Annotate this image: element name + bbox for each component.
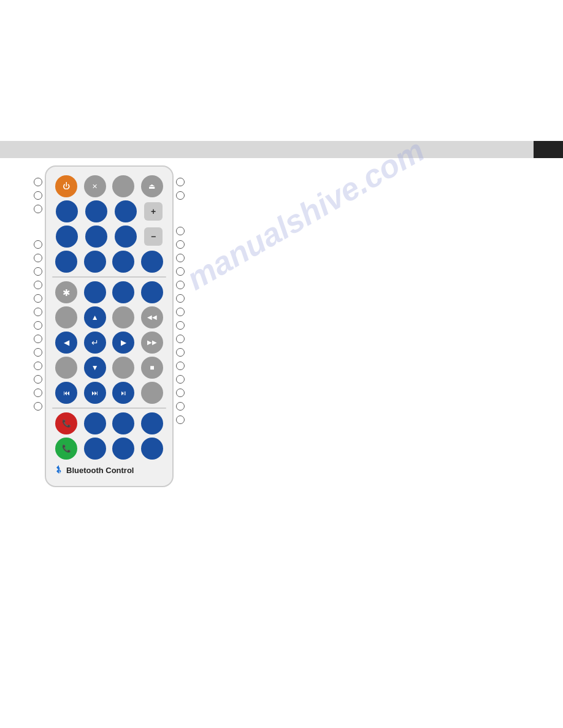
top-bar-black-tab	[534, 141, 563, 158]
anno-circle-left-15	[34, 389, 42, 397]
blue-button-7[interactable]	[55, 251, 77, 273]
right-button[interactable]: ▶	[112, 332, 134, 354]
blue-button-18[interactable]	[112, 438, 134, 460]
answer-call-button[interactable]: 📞	[55, 438, 77, 460]
right-arrow-icon: ▶	[121, 339, 126, 346]
gray-button-6[interactable]	[141, 382, 163, 404]
gray-button-3[interactable]	[112, 306, 134, 328]
top-bar	[0, 141, 552, 158]
star-icon: ✱	[63, 288, 71, 297]
remote-control-section: ⏻ ✕ ⏏ + −	[34, 165, 185, 487]
down-arrow-icon: ▼	[91, 364, 99, 371]
answer-call-icon: 📞	[62, 445, 71, 452]
button-row-3: −	[52, 226, 166, 248]
gray-button-4[interactable]	[55, 357, 77, 379]
right-annotation-circles	[176, 165, 185, 427]
anno-circle-left-16	[34, 402, 42, 411]
blue-button-9[interactable]	[112, 251, 134, 273]
anno-circle-left-13	[34, 362, 42, 370]
power-icon: ⏻	[63, 183, 70, 190]
previous-icon: ⏮	[63, 390, 70, 396]
star-button[interactable]: ✱	[55, 281, 77, 303]
bluetooth-icon	[55, 464, 63, 476]
gray-button-5[interactable]	[112, 357, 134, 379]
bluetooth-label: Bluetooth Control	[66, 466, 134, 475]
fast-forward-icon: ▶▶	[147, 339, 157, 346]
blue-button-17[interactable]	[84, 438, 106, 460]
anno-circle-left-10	[34, 321, 42, 330]
play-pause-icon: ⏯	[120, 390, 127, 396]
anno-circle-right-15	[176, 389, 185, 397]
up-arrow-icon: ▲	[91, 314, 99, 321]
anno-circle-left-3	[34, 205, 42, 213]
power-button[interactable]: ⏻	[55, 175, 77, 197]
minus-icon: −	[151, 232, 156, 241]
blue-button-12[interactable]	[112, 281, 134, 303]
enter-button[interactable]: ↵	[84, 332, 106, 354]
blue-button-11[interactable]	[84, 281, 106, 303]
volume-down-button[interactable]: −	[144, 227, 163, 246]
anno-circle-right-11	[176, 335, 185, 343]
anno-circle-left-1	[34, 178, 42, 186]
blue-button-6[interactable]	[115, 226, 137, 248]
blue-button-3[interactable]	[115, 200, 137, 222]
button-row-4	[52, 251, 166, 273]
gray-button-1[interactable]	[112, 175, 134, 197]
anno-circle-right-13	[176, 362, 185, 370]
anno-circle-right-17	[176, 415, 185, 424]
button-row-5: ✱	[52, 281, 166, 303]
blue-button-2[interactable]	[85, 200, 107, 222]
blue-button-13[interactable]	[141, 281, 163, 303]
remote-body: ⏻ ✕ ⏏ + −	[45, 165, 174, 487]
bluetooth-label-row: Bluetooth Control	[52, 464, 166, 476]
anno-circle-right-3	[176, 227, 185, 235]
anno-circle-left-11	[34, 335, 42, 343]
down-button[interactable]: ▼	[84, 357, 106, 379]
mute-button[interactable]: ✕	[84, 175, 106, 197]
blue-button-16[interactable]	[141, 412, 163, 434]
blue-button-19[interactable]	[141, 438, 163, 460]
anno-circle-left-5	[34, 254, 42, 262]
blue-button-8[interactable]	[84, 251, 106, 273]
left-arrow-icon: ◀	[64, 339, 69, 346]
anno-circle-right-10	[176, 321, 185, 330]
blue-button-10[interactable]	[141, 251, 163, 273]
up-button[interactable]: ▲	[84, 306, 106, 328]
anno-circle-right-14	[176, 375, 185, 384]
next-button[interactable]: ⏭	[84, 382, 106, 404]
anno-circle-right-4	[176, 240, 185, 249]
anno-circle-left-6	[34, 267, 42, 276]
previous-button[interactable]: ⏮	[55, 382, 77, 404]
fast-forward-button[interactable]: ▶▶	[141, 332, 163, 354]
enter-icon: ↵	[91, 338, 99, 347]
anno-circle-right-16	[176, 402, 185, 411]
gray-button-2[interactable]	[55, 306, 77, 328]
button-row-1: ⏻ ✕ ⏏	[52, 175, 166, 197]
button-row-11: 📞	[52, 438, 166, 460]
button-row-7: ◀ ↵ ▶ ▶▶	[52, 332, 166, 354]
play-pause-button[interactable]: ⏯	[112, 382, 134, 404]
anno-circle-right-7	[176, 281, 185, 289]
volume-up-button[interactable]: +	[144, 202, 163, 221]
anno-circle-left-2	[34, 191, 42, 200]
blue-button-5[interactable]	[85, 226, 107, 248]
left-button[interactable]: ◀	[55, 332, 77, 354]
anno-circle-right-5	[176, 254, 185, 262]
end-call-button[interactable]: 📞	[55, 412, 77, 434]
blue-button-1[interactable]	[56, 200, 78, 222]
anno-circle-right-12	[176, 348, 185, 357]
rewind-button[interactable]: ◀◀	[141, 306, 163, 328]
plus-icon: +	[151, 207, 156, 216]
eject-button[interactable]: ⏏	[141, 175, 163, 197]
left-annotation-circles	[34, 165, 42, 413]
anno-circle-left-14	[34, 375, 42, 384]
stop-button[interactable]: ■	[141, 357, 163, 379]
rewind-icon: ◀◀	[147, 314, 157, 320]
blue-button-4[interactable]	[56, 226, 78, 248]
blue-button-14[interactable]	[84, 412, 106, 434]
blue-button-15[interactable]	[112, 412, 134, 434]
mute-icon: ✕	[92, 183, 98, 190]
button-row-9: ⏮ ⏭ ⏯	[52, 382, 166, 404]
button-row-10: 📞	[52, 412, 166, 434]
separator-1	[52, 276, 166, 278]
